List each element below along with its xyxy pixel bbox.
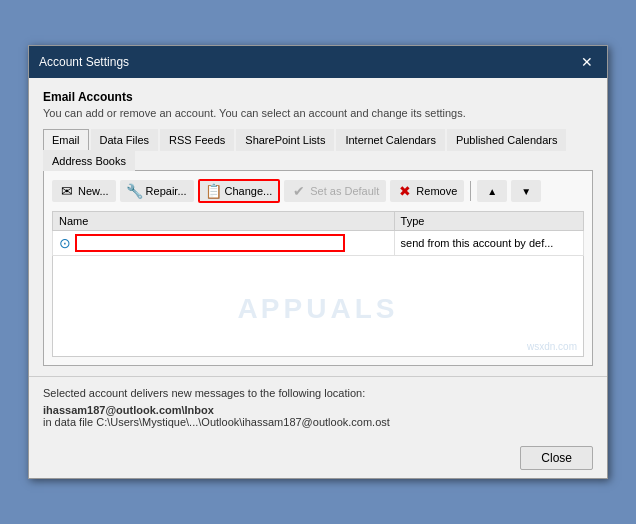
repair-icon: 🔧 [127,183,143,199]
table-row[interactable]: ⊙ send from this account by def... [53,231,584,256]
tab-address-books[interactable]: Address Books [43,150,135,171]
watermark-site: wsxdn.com [527,341,577,352]
delivery-path: in data file C:\Users\Mystique\...\Outlo… [43,416,593,428]
repair-button[interactable]: 🔧 Repair... [120,180,194,202]
account-name-cell[interactable]: ⊙ [53,231,395,256]
tab-rss-feeds[interactable]: RSS Feeds [160,129,234,151]
remove-button[interactable]: ✖ Remove [390,180,464,202]
change-button[interactable]: 📋 Change... [198,179,281,203]
tab-published-calendars[interactable]: Published Calendars [447,129,567,151]
set-default-icon: ✔ [291,183,307,199]
tabs-bar: Email Data Files RSS Feeds SharePoint Li… [43,129,593,171]
col-name-header: Name [53,212,395,231]
move-down-button[interactable]: ▼ [511,180,541,202]
move-up-button[interactable]: ▲ [477,180,507,202]
accounts-table: Name Type ⊙ send from this account by de… [52,211,584,357]
delivery-email: ihassam187@outlook.com\Inbox [43,404,593,416]
delivery-info: Selected account delivers new messages t… [43,387,593,399]
account-settings-dialog: Account Settings ✕ Email Accounts You ca… [28,45,608,479]
watermark-row: APPUALS wsxdn.com [53,256,584,357]
account-type-cell: send from this account by def... [394,231,583,256]
close-button[interactable]: Close [520,446,593,470]
watermark-text: APPUALS [238,285,399,327]
dialog-body: Email Accounts You can add or remove an … [29,78,607,376]
toolbar-separator [470,181,471,201]
set-default-label: Set as Default [310,185,379,197]
tab-email[interactable]: Email [43,129,89,151]
default-account-icon: ⊙ [59,235,71,251]
new-label: New... [78,185,109,197]
remove-icon: ✖ [397,183,413,199]
repair-label: Repair... [146,185,187,197]
dialog-title: Account Settings [39,55,129,69]
up-arrow-icon: ▲ [484,183,500,199]
bottom-section: Selected account delivers new messages t… [29,376,607,438]
tab-data-files[interactable]: Data Files [91,129,159,151]
dialog-close-button[interactable]: ✕ [577,52,597,72]
change-icon: 📋 [206,183,222,199]
title-bar: Account Settings ✕ [29,46,607,78]
section-description: You can add or remove an account. You ca… [43,107,593,119]
remove-label: Remove [416,185,457,197]
new-icon: ✉ [59,183,75,199]
section-title: Email Accounts [43,90,593,104]
down-arrow-icon: ▼ [518,183,534,199]
change-label: Change... [225,185,273,197]
email-tab-content: ✉ New... 🔧 Repair... 📋 Change... ✔ Set a… [43,171,593,366]
account-name-input[interactable] [75,234,345,252]
watermark-area: APPUALS wsxdn.com [53,256,583,356]
dialog-footer: Close [29,438,607,478]
col-type-header: Type [394,212,583,231]
tab-internet-calendars[interactable]: Internet Calendars [336,129,445,151]
accounts-toolbar: ✉ New... 🔧 Repair... 📋 Change... ✔ Set a… [52,179,584,203]
tab-sharepoint[interactable]: SharePoint Lists [236,129,334,151]
set-default-button[interactable]: ✔ Set as Default [284,180,386,202]
new-button[interactable]: ✉ New... [52,180,116,202]
